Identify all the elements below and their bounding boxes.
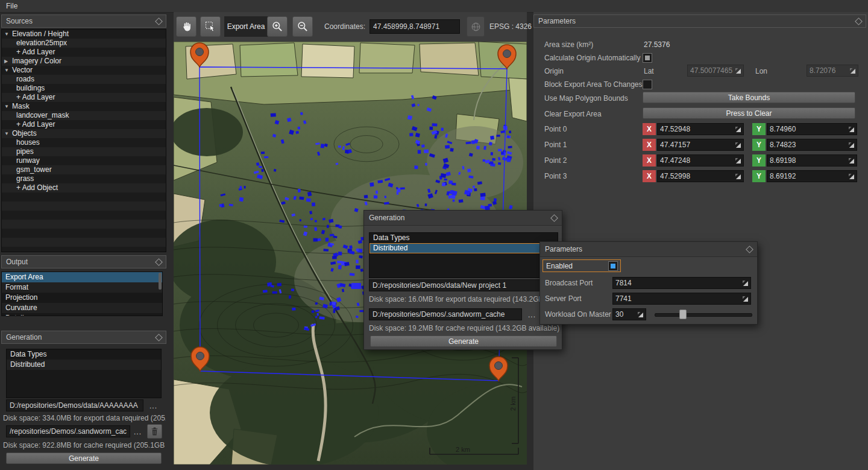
- origin-lat-field[interactable]: 47.50077465: [687, 65, 744, 77]
- chevron-down-icon[interactable]: ▼: [4, 129, 12, 138]
- chevron-down-icon[interactable]: ▼: [4, 66, 12, 75]
- chevron-down-icon[interactable]: ▼: [4, 30, 12, 39]
- tree-item-label: houses: [16, 138, 40, 147]
- dialog-generation-item-data-types[interactable]: Data Types: [370, 233, 558, 243]
- generation-panel-header[interactable]: Generation: [1, 331, 166, 344]
- block-export-label: Block Export Area To Changes: [544, 78, 643, 91]
- output-item-export-area[interactable]: Export Area: [2, 272, 162, 282]
- parameters-panel-header[interactable]: Parameters: [533, 14, 866, 28]
- source-add-add-layer[interactable]: + Add Layer: [2, 48, 166, 57]
- point-3-y-field[interactable]: 8.69192: [767, 170, 857, 182]
- coordinates-input[interactable]: [370, 19, 460, 34]
- point-2-y-badge: Y: [752, 154, 766, 167]
- calc-origin-checkbox[interactable]: [643, 53, 652, 63]
- cache-path-input[interactable]: [6, 425, 130, 437]
- block-export-checkbox[interactable]: [643, 80, 652, 89]
- export-path-input[interactable]: [6, 399, 143, 411]
- output-panel-header[interactable]: Output: [1, 255, 166, 268]
- point-1-x-field[interactable]: 47.47157: [657, 139, 744, 151]
- point-0-label: Point 0: [544, 123, 567, 135]
- source-group-elevation-height[interactable]: ▼Elevation / Height: [2, 30, 166, 39]
- broadcast-port-field[interactable]: 7814: [612, 277, 751, 289]
- workload-label: Workload On Master: [545, 308, 611, 320]
- source-layer-roads[interactable]: roads: [2, 75, 166, 84]
- browse-export-button[interactable]: ...: [149, 402, 157, 410]
- source-group-objects[interactable]: ▼Objects: [2, 129, 166, 138]
- collapse-diamond-icon[interactable]: [155, 17, 163, 25]
- dialog-browse-cache-button[interactable]: ...: [528, 311, 536, 319]
- dialog-export-path-input[interactable]: [369, 279, 558, 291]
- take-bounds-button[interactable]: Take Bounds: [643, 92, 855, 103]
- origin-lon-field[interactable]: 8.72076: [807, 65, 858, 77]
- source-layer-houses[interactable]: houses: [2, 138, 166, 147]
- collapse-diamond-icon[interactable]: [155, 334, 163, 341]
- tree-item-label: runway: [16, 156, 40, 165]
- hand-icon: [181, 21, 192, 33]
- distributed-parameters-header[interactable]: Parameters: [540, 242, 757, 257]
- chevron-right-icon[interactable]: ▶: [4, 57, 12, 66]
- pan-tool-button[interactable]: [176, 16, 197, 37]
- clear-export-label: Clear Export Area: [544, 108, 602, 120]
- tree-item-label: pipes: [16, 147, 34, 156]
- generation-panel-title: Generation: [6, 333, 42, 341]
- sources-tree: ▼Elevation / Heightelevation25mpx+ Add L…: [1, 29, 166, 252]
- collapse-diamond-icon[interactable]: [855, 17, 863, 25]
- generation-dialog: Generation Data TypesDistributed Disk sp…: [363, 210, 562, 350]
- generation-item-data-types[interactable]: Data Types: [7, 349, 161, 360]
- dialog-generate-button[interactable]: Generate: [370, 335, 557, 347]
- output-item-format[interactable]: Format: [2, 282, 162, 293]
- source-layer-runway[interactable]: runway: [2, 156, 166, 165]
- select-area-tool-button[interactable]: [200, 16, 221, 37]
- clear-cache-button[interactable]: [147, 424, 162, 439]
- enabled-checkbox[interactable]: [608, 261, 618, 271]
- point-1-y-field[interactable]: 8.74823: [767, 139, 857, 151]
- source-layer-pipes[interactable]: pipes: [2, 147, 166, 156]
- source-layer-landcover-mask[interactable]: landcover_mask: [2, 111, 166, 120]
- dialog-generation-item-distributed[interactable]: Distributed: [370, 243, 558, 253]
- workload-field[interactable]: 30: [612, 308, 646, 320]
- menu-file[interactable]: File: [0, 2, 24, 10]
- point-3-y-badge: Y: [752, 170, 766, 182]
- parameters-panel-title: Parameters: [538, 17, 576, 25]
- source-layer-elevation25mpx[interactable]: elevation25mpx: [2, 39, 166, 48]
- drag-value-icon: [735, 68, 741, 74]
- lat-label: Lat: [644, 65, 654, 77]
- source-add-add-object[interactable]: + Add Object: [2, 183, 166, 192]
- source-group-vector[interactable]: ▼Vector: [2, 66, 166, 75]
- globe-icon: [470, 21, 482, 33]
- point-0-y-field[interactable]: 8.74960: [767, 123, 857, 135]
- browse-cache-button[interactable]: ...: [134, 428, 142, 436]
- source-layer-buildings[interactable]: buildings: [2, 84, 166, 93]
- generation-dialog-header[interactable]: Generation: [364, 211, 562, 226]
- point-2-x-field[interactable]: 47.47248: [657, 154, 744, 167]
- zoom-out-button[interactable]: [292, 16, 313, 37]
- source-group-mask[interactable]: ▼Mask: [2, 102, 166, 111]
- dialog-cache-path-input[interactable]: [369, 308, 522, 320]
- workload-slider-handle[interactable]: [679, 310, 687, 319]
- tree-item-label: Objects: [12, 129, 37, 138]
- output-scrollbar[interactable]: [159, 273, 162, 290]
- source-add-add-layer[interactable]: + Add Layer: [2, 120, 166, 129]
- sources-panel-header[interactable]: Sources: [1, 14, 166, 28]
- workload-slider-track[interactable]: [655, 313, 752, 317]
- chevron-down-icon[interactable]: ▼: [4, 102, 12, 111]
- press-to-clear-button[interactable]: Press to Clear: [643, 107, 855, 119]
- output-item-curvature[interactable]: Curvature: [2, 303, 162, 313]
- point-3-x-field[interactable]: 47.52998: [657, 170, 744, 182]
- generation-item-distributed[interactable]: Distributed: [7, 360, 161, 370]
- source-layer-gsm-tower[interactable]: gsm_tower: [2, 165, 166, 174]
- point-2-y-field[interactable]: 8.69198: [767, 154, 857, 167]
- zoom-in-button[interactable]: [267, 16, 288, 37]
- source-group-imagery-color[interactable]: ▶Imagery / Color: [2, 57, 166, 66]
- source-add-add-layer[interactable]: + Add Layer: [2, 93, 166, 102]
- collapse-diamond-icon[interactable]: [746, 246, 753, 253]
- collapse-diamond-icon[interactable]: [550, 214, 558, 222]
- output-item-projection[interactable]: Projection: [2, 293, 162, 303]
- generate-button[interactable]: Generate: [6, 453, 162, 464]
- server-port-field[interactable]: 7741: [612, 293, 751, 305]
- source-layer-grass[interactable]: grass: [2, 174, 166, 183]
- point-0-x-field[interactable]: 47.52948: [657, 123, 744, 135]
- collapse-diamond-icon[interactable]: [155, 258, 163, 266]
- projection-globe-button[interactable]: [467, 16, 485, 37]
- output-item-details[interactable]: Details: [2, 313, 162, 316]
